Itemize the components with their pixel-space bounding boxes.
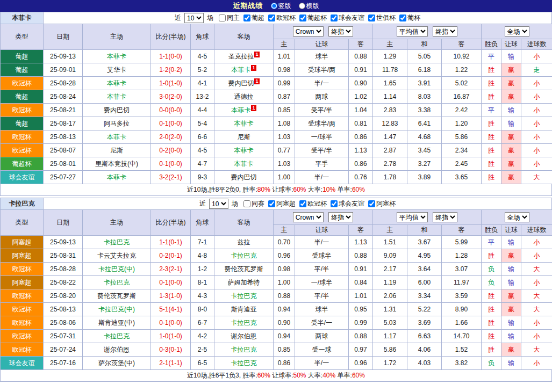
crown-handicap-cell: 受一球	[295, 343, 349, 357]
filter-checkbox-阿塞超[interactable]	[268, 200, 275, 207]
summary-stat-value: 60%	[352, 186, 365, 193]
bookmaker-select[interactable]: Crown	[293, 26, 324, 37]
view-option-horizontal[interactable]: 横版	[299, 2, 319, 11]
bookmaker-select[interactable]: Crown	[293, 212, 324, 222]
crown-final-index-select[interactable]: 终指	[328, 212, 353, 222]
avg-final-index-select[interactable]: 终指	[433, 26, 457, 37]
wdl-result-cell: 胜	[482, 90, 501, 104]
average-select[interactable]: 平均值	[397, 26, 428, 37]
col-away: 客场	[214, 24, 274, 50]
corners-cell: 4-5	[191, 50, 214, 63]
filter-label: 球会友谊	[339, 13, 364, 23]
date-cell: 25-08-31	[44, 249, 83, 263]
filters-bar-1: 近 10 场 同赛阿塞超欧冠杯球会友谊阿塞杯	[44, 198, 551, 209]
goals-result-cell: 小	[521, 50, 552, 63]
team-name: 卡拉巴克	[104, 279, 130, 286]
date-cell: 25-09-01	[44, 63, 83, 77]
avg-home-odds-cell: 1.29	[373, 50, 407, 63]
handicap-result-cell: 输	[501, 276, 521, 289]
summary-0: 近10场,胜8平2负0, 胜率:80% 让球率:60% 大率:10% 单率:60…	[0, 184, 552, 196]
crown-home-odds-cell: 0.85	[274, 104, 295, 117]
away-team-cell: 本菲卡1	[214, 63, 274, 77]
handicap-result-cell: 赢	[501, 343, 521, 357]
match-row: 欧冠杯25-07-24谢尔伯恩0-3(0-1)2-5卡拉巴克0.85受一球0.9…	[1, 343, 552, 357]
filter-checkbox-欧冠杯[interactable]	[268, 14, 275, 21]
score-cell: 5-1(4-1)	[151, 303, 191, 316]
filter-葡杯[interactable]: 葡杯	[396, 13, 420, 23]
filter-阿塞超[interactable]: 阿塞超	[264, 199, 296, 208]
avg-final-index-select[interactable]: 终指	[433, 212, 457, 222]
corners-cell: 13-2	[191, 90, 214, 104]
filter-checkbox-球会友谊[interactable]	[331, 200, 338, 207]
filter-checkbox-球会友谊[interactable]	[331, 14, 338, 21]
wdl-result-cell: 胜	[482, 157, 501, 171]
match-row: 欧冠杯25-08-06斯肯迪亚(中)0-1(0-0)6-7卡拉巴克0.90受半/…	[1, 316, 552, 330]
league-cell: 欧冠杯	[1, 316, 44, 330]
recent-count-select[interactable]: 10	[184, 13, 204, 23]
crown-home-odds-cell: 0.98	[274, 63, 295, 77]
filter-checkbox-葡杯[interactable]	[399, 14, 406, 21]
col-odds-away: 客	[349, 39, 373, 50]
filter-checkbox-葡超[interactable]	[243, 14, 250, 21]
filter-葡超杯[interactable]: 葡超杯	[296, 13, 327, 23]
filter-欧冠杯[interactable]: 欧冠杯	[264, 13, 296, 23]
avg-draw-odds-cell: 4.03	[407, 357, 442, 370]
avg-draw-odds-cell: 5.22	[407, 303, 442, 316]
crown-handicap-cell: 半/一	[295, 236, 349, 249]
page-title: 近期战绩	[233, 1, 263, 11]
match-row: 葡超25-09-01艾华卡1-2(0-2)5-2本菲卡10.98受球半/两0.9…	[1, 63, 552, 77]
avg-home-odds-cell: 2.78	[373, 157, 407, 171]
recent-count-select[interactable]: 10	[209, 199, 228, 209]
corners-cell: 1-2	[191, 263, 214, 276]
full-match-select[interactable]: 全场	[505, 26, 529, 37]
away-team-cell: 卡拉巴克	[214, 249, 274, 263]
avg-away-odds-cell: 1.28	[442, 249, 482, 263]
filter-欧冠杯[interactable]: 欧冠杯	[296, 199, 327, 208]
filter-checkbox-同赛[interactable]	[243, 200, 250, 207]
summary-stat-value: 60%	[257, 372, 270, 379]
team-name: 卡拉巴克(中)	[98, 265, 135, 273]
crown-handicap-cell: 受球半/两	[295, 63, 349, 77]
away-team-cell: 谢尔伯恩	[214, 330, 274, 343]
vertical-radio[interactable]	[271, 3, 277, 9]
filter-checkbox-世俱杯[interactable]	[368, 14, 375, 21]
away-team-cell: 本菲卡1	[214, 104, 274, 117]
filter-阿塞杯[interactable]: 阿塞杯	[364, 199, 396, 208]
filter-checkbox-欧冠杯[interactable]	[299, 200, 306, 207]
filter-球会友谊[interactable]: 球会友谊	[327, 199, 364, 208]
goals-result-cell: 大	[521, 303, 552, 316]
filter-checkbox-同主[interactable]	[219, 14, 226, 21]
matches-table-benfica: 类型 日期 主场 比分(半场) 角球 客场 Crown 终指 平均值	[0, 24, 552, 184]
crown-away-odds-cell: 0.86	[349, 130, 373, 144]
crown-handicap-cell: 半/一	[295, 357, 349, 370]
corners-cell: 4-3	[191, 289, 214, 303]
date-cell: 25-08-21	[44, 104, 83, 117]
score-cell: 1-2(0-2)	[151, 63, 191, 77]
horizontal-radio[interactable]	[299, 3, 305, 9]
corners-cell: 8-0	[191, 303, 214, 316]
team-name: 本菲卡	[231, 66, 250, 74]
team-name: 费内巴切	[228, 79, 254, 87]
filter-同主[interactable]: 同主	[215, 13, 240, 23]
crown-final-index-select[interactable]: 终指	[328, 26, 353, 37]
average-select[interactable]: 平均值	[397, 212, 428, 222]
filter-世俱杯[interactable]: 世俱杯	[364, 13, 396, 23]
corners-cell: 4-7	[191, 157, 214, 171]
filter-同赛[interactable]: 同赛	[240, 199, 264, 208]
red-card-badge: 1	[254, 52, 259, 57]
team-name: 本菲卡	[107, 93, 126, 100]
summary-stat-label: 单率:	[335, 372, 352, 379]
full-match-select[interactable]: 全场	[505, 212, 529, 222]
wdl-result-cell: 负	[482, 276, 501, 289]
team-name: 阿马多拉	[104, 120, 130, 127]
away-team-cell: 尼斯	[214, 130, 274, 144]
filter-葡超[interactable]: 葡超	[240, 13, 264, 23]
recent-prefix: 近	[175, 13, 181, 23]
wdl-result-cell: 平	[482, 50, 501, 63]
filter-checkbox-葡超杯[interactable]	[299, 14, 306, 21]
corners-cell: 4-8	[191, 249, 214, 263]
match-row: 阿塞超25-08-31卡云艾夫拉克0-2(0-1)4-8卡拉巴克0.96受球半0…	[1, 249, 552, 263]
filter-球会友谊[interactable]: 球会友谊	[327, 13, 364, 23]
view-option-vertical[interactable]: 竖版	[271, 2, 291, 11]
filter-checkbox-阿塞杯[interactable]	[368, 200, 375, 207]
